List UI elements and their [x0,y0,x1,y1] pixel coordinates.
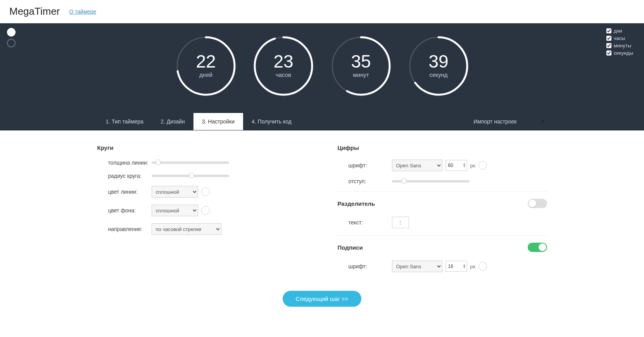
digits-size-input[interactable]: 60 ▲▼ [445,160,467,171]
direction-select[interactable]: по часовой стрелке [152,223,221,235]
row-digits-offset: отступ: [338,178,547,184]
thickness-slider[interactable] [152,162,229,164]
svg-text:35: 35 [351,51,371,71]
line-color-label: цвет линии: [97,189,152,195]
unit-checkbox[interactable]: часы [606,35,633,41]
unit-checkbox[interactable]: минуты [606,43,633,49]
circles-title: Круги [97,144,307,151]
svg-text:дней: дней [199,71,212,78]
timer-ring: 35минут [330,35,392,97]
logo: MegaTimer [9,5,60,17]
swatch-dark[interactable] [7,39,16,47]
separator-text-label: текст: [338,219,392,226]
svg-text:23: 23 [273,51,293,71]
tab-step-2[interactable]: 2. Дизайн [152,113,193,130]
about-link[interactable]: О таймере [69,9,97,15]
pin-icon[interactable] [535,113,551,130]
labels-title-text: Подписи [338,244,363,251]
thickness-label: толщина линии: [97,160,152,166]
digits-color-picker[interactable] [478,161,487,170]
settings-panel: Круги толщина линии: радиус круга: цвет … [90,130,555,287]
px-label: px [470,163,476,168]
unit-checkbox[interactable]: секунды [606,50,633,56]
svg-text:часов: часов [275,71,291,78]
timer-ring: 22дней [175,35,237,97]
tab-step-1[interactable]: 1. Тип таймера [97,113,152,130]
row-separator-text: текст: [338,217,547,228]
radius-slider[interactable] [152,175,229,177]
timer-ring: 23часов [252,35,314,97]
px-label: px [470,264,476,269]
step-tabs: 1. Тип таймера2. Дизайн3. Настройки4. По… [90,113,555,130]
row-thickness: толщина линии: [97,160,307,166]
spin-down-icon[interactable]: ▼ [463,165,466,168]
digits-offset-label: отступ: [338,178,392,184]
svg-text:39: 39 [428,51,448,71]
labels-toggle[interactable] [528,243,547,252]
labels-size-value: 16 [448,264,453,269]
radius-label: радиус круга: [97,173,152,179]
row-direction: направление: по часовой стрелке [97,223,307,235]
bg-swatches [7,28,16,47]
row-digits-font: шрифт: Open Sans 60 ▲▼ px [338,160,547,171]
row-labels-font: шрифт: Open Sans 16 ▲▼ px [338,261,547,272]
labels-font-select[interactable]: Open Sans [392,261,442,272]
digits-title: Цифры [338,144,547,151]
labels-color-picker[interactable] [478,262,487,271]
row-radius: радиус круга: [97,173,307,179]
preview-panel: дни часы минуты секунды 22дней23часов35м… [0,23,644,130]
separator-toggle[interactable] [528,199,547,208]
svg-text:22: 22 [196,51,216,71]
svg-text:секунд: секунд [429,71,447,78]
svg-text:минут: минут [353,71,369,78]
labels-title: Подписи [338,243,547,252]
swatch-white[interactable] [7,28,16,36]
digits-size-value: 60 [448,163,453,168]
tab-step-4[interactable]: 4. Получить код [243,113,300,130]
line-color-select[interactable]: сплошной [152,186,198,198]
topbar: MegaTimer О таймере [0,0,644,23]
digits-font-label: шрифт: [338,162,392,168]
next-step-button[interactable]: Следующий шаг >> [283,291,362,307]
unit-checkboxes: дни часы минуты секунды [606,28,633,57]
circles-column: Круги толщина линии: радиус круга: цвет … [97,144,307,279]
digits-font-select[interactable]: Open Sans [392,160,442,171]
labels-size-input[interactable]: 16 ▲▼ [445,261,467,272]
bg-color-label: цвет фона: [97,207,152,214]
right-column: Цифры шрифт: Open Sans 60 ▲▼ px отступ: … [338,144,547,279]
bg-color-select[interactable]: сплошной [152,205,198,216]
spin-down-icon[interactable]: ▼ [463,266,466,269]
unit-checkbox[interactable]: дни [606,28,633,34]
labels-font-label: шрифт: [338,263,392,269]
offset-slider[interactable] [392,180,470,182]
row-line-color: цвет линии: сплошной [97,186,307,198]
separator-text-input[interactable] [392,217,409,228]
timer-rings: 22дней23часов35минут39секунд [0,31,644,113]
timer-ring: 39секунд [407,35,470,97]
direction-label: направление: [97,226,152,232]
line-color-picker[interactable] [201,188,210,196]
separator-title: Разделитель [338,199,547,208]
bg-color-picker[interactable] [201,206,210,215]
tab-step-3[interactable]: 3. Настройки [193,113,243,130]
separator-title-text: Разделитель [338,200,375,207]
import-settings-link[interactable]: Импорт настроек [466,113,523,130]
row-bg-color: цвет фона: сплошной [97,205,307,216]
